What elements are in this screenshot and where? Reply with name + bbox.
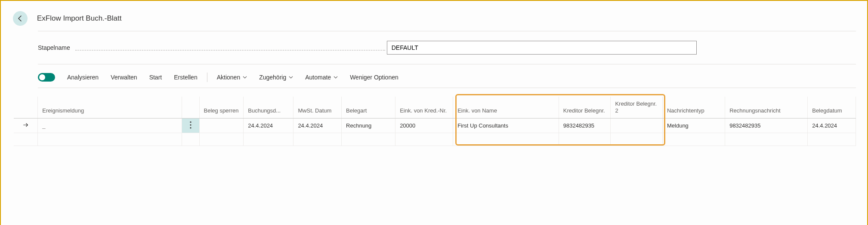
col-belegdatum[interactable]: Belegdatum bbox=[808, 97, 856, 118]
start-button[interactable]: Start bbox=[144, 71, 167, 83]
manage-button[interactable]: Verwalten bbox=[105, 71, 142, 83]
arrow-left-icon bbox=[17, 15, 24, 22]
cell-belegdatum[interactable]: 24.4.2024 bbox=[808, 118, 856, 133]
automate-label: Automate bbox=[305, 74, 331, 81]
batch-name-input[interactable] bbox=[387, 41, 697, 55]
related-menu[interactable]: Zugehörig bbox=[254, 71, 298, 83]
cell-buchungsdatum[interactable]: 24.4.2024 bbox=[244, 118, 293, 133]
cell-kreditor-belegnr[interactable]: 9832482935 bbox=[559, 118, 611, 133]
cell-mwst-datum[interactable]: 24.4.2024 bbox=[293, 118, 342, 133]
col-eink-kred-nr[interactable]: Eink. von Kred.-Nr. bbox=[395, 97, 453, 118]
back-button[interactable] bbox=[13, 11, 28, 26]
svg-point-2 bbox=[190, 127, 191, 128]
chevron-down-icon bbox=[289, 75, 293, 79]
fewer-options-button[interactable]: Weniger Optionen bbox=[345, 71, 404, 83]
cell-belegart[interactable]: Rechnung bbox=[342, 118, 395, 133]
cell-rechnungsnachricht[interactable]: 9832482935 bbox=[725, 118, 808, 133]
col-ereignismeldung[interactable]: Ereignismeldung bbox=[38, 97, 182, 118]
cell-nachrichtentyp[interactable]: Meldung bbox=[662, 118, 725, 133]
automate-menu[interactable]: Automate bbox=[300, 71, 343, 83]
cell-kreditor-belegnr-2[interactable] bbox=[611, 118, 663, 133]
table-row-empty[interactable] bbox=[14, 133, 856, 146]
col-mwst-datum[interactable]: MwSt. Datum bbox=[293, 97, 342, 118]
svg-point-1 bbox=[190, 124, 191, 125]
chevron-down-icon bbox=[334, 75, 338, 79]
col-kreditor-belegnr[interactable]: Kreditor Belegnr. bbox=[559, 97, 611, 118]
actions-menu[interactable]: Aktionen bbox=[212, 71, 252, 83]
page-title: ExFlow Import Buch.-Blatt bbox=[37, 14, 122, 23]
chevron-down-icon bbox=[243, 75, 247, 79]
journal-table: Ereignismeldung Beleg sperren Buchungsd.… bbox=[14, 97, 856, 146]
col-buchungsdatum[interactable]: Buchungsd... bbox=[244, 97, 293, 118]
svg-point-0 bbox=[190, 121, 191, 122]
row-more-menu[interactable] bbox=[182, 118, 199, 133]
col-eink-name[interactable]: Eink. von Name bbox=[453, 97, 559, 118]
related-label: Zugehörig bbox=[259, 74, 286, 81]
col-beleg-sperren[interactable]: Beleg sperren bbox=[199, 97, 244, 118]
col-nachrichtentyp[interactable]: Nachrichtentyp bbox=[662, 97, 725, 118]
row-indicator-icon bbox=[14, 118, 38, 133]
table-row[interactable]: _ 24.4.2024 24.4.2024 Rechnung 20000 Fir… bbox=[14, 118, 856, 133]
toolbar-separator bbox=[207, 73, 207, 82]
cell-sperren[interactable] bbox=[199, 118, 244, 133]
more-vertical-icon bbox=[188, 121, 193, 129]
analyze-toggle[interactable] bbox=[38, 73, 55, 82]
col-kreditor-belegnr-2[interactable]: Kreditor Belegnr. 2 bbox=[611, 97, 663, 118]
col-belegart[interactable]: Belegart bbox=[342, 97, 395, 118]
actions-label: Aktionen bbox=[217, 74, 240, 81]
create-button[interactable]: Erstellen bbox=[169, 71, 202, 83]
toolbar: Analysieren Verwalten Start Erstellen Ak… bbox=[38, 69, 856, 88]
cell-ereignis[interactable]: _ bbox=[42, 122, 45, 129]
dotted-leader bbox=[75, 50, 385, 51]
batch-name-label: Stapelname bbox=[38, 44, 74, 51]
cell-eink-kred-nr[interactable]: 20000 bbox=[395, 118, 453, 133]
col-rechnungsnachricht[interactable]: Rechnungsnachricht bbox=[725, 97, 808, 118]
analyze-button[interactable]: Analysieren bbox=[62, 71, 104, 83]
cell-eink-name[interactable]: First Up Consultants bbox=[453, 118, 559, 133]
